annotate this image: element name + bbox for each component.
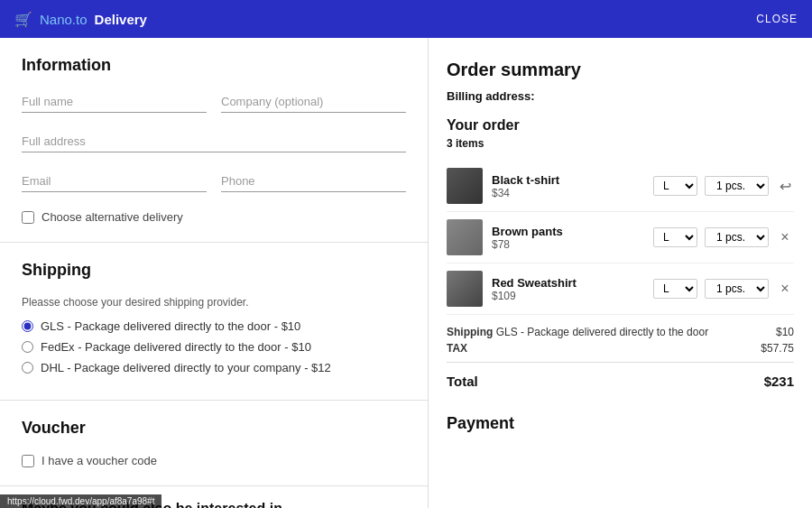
item-remove-pants[interactable]: ×: [776, 229, 794, 245]
item-qty-tshirt[interactable]: 1 pcs. 2 pcs.: [705, 176, 769, 196]
brand-part1: Nano.to: [40, 12, 88, 27]
item-price-pants: $78: [492, 238, 644, 251]
voucher-label: I have a voucher code: [42, 454, 157, 467]
alternative-delivery-checkbox[interactable]: [22, 211, 34, 224]
item-controls-sweatshirt: L S M XL 1 pcs. 2 pcs. ×: [653, 279, 794, 299]
item-qty-sweatshirt[interactable]: 1 pcs. 2 pcs.: [705, 279, 769, 299]
order-item-sweatshirt: Red Sweatshirt $109 L S M XL 1 pcs. 2 pc…: [447, 263, 794, 315]
shipping-detail: GLS - Package delivered directly to the …: [496, 326, 708, 338]
gls-option[interactable]: GLS - Package delivered directly to the …: [22, 319, 406, 333]
item-controls-pants: L S M XL 1 pcs. 2 pcs. ×: [653, 227, 794, 247]
information-section: Information: [0, 38, 428, 243]
email-field: [22, 171, 207, 192]
item-remove-sweatshirt[interactable]: ×: [776, 281, 794, 297]
item-info-sweatshirt: Red Sweatshirt $109: [492, 276, 644, 302]
brand-part2: Delivery: [95, 12, 147, 27]
alternative-delivery-label: Choose alternative delivery: [42, 210, 183, 224]
brand: 🛒 Nano.to Delivery: [14, 11, 147, 28]
billing-address-label: Billing address:: [447, 89, 794, 103]
shipping-section: Shipping Pleasse choose your desired shi…: [0, 243, 428, 401]
order-item-pants: Brown pants $78 L S M XL 1 pcs. 2 pcs. ×: [447, 212, 794, 263]
right-panel: Order summary Billing address: Your orde…: [429, 38, 812, 508]
phone-input[interactable]: [221, 171, 406, 192]
payment-title: Payment: [447, 414, 794, 433]
total-label: Total: [447, 374, 478, 389]
item-image-tshirt: [447, 168, 483, 204]
item-info-tshirt: Black t-shirt $34: [492, 173, 644, 199]
item-name-pants: Brown pants: [492, 225, 644, 238]
fedex-option[interactable]: FedEx - Package delivered directly to th…: [22, 340, 406, 354]
item-size-sweatshirt[interactable]: L S M XL: [653, 279, 697, 299]
dhl-label: DHL - Package delivered directly to your…: [41, 361, 331, 374]
shipping-cost-label: Shipping GLS - Package delivered directl…: [447, 326, 708, 338]
address-row: [22, 131, 406, 152]
total-value: $231: [764, 374, 794, 389]
dhl-option[interactable]: DHL - Package delivered directly to your…: [22, 361, 406, 374]
full-name-field: [22, 91, 207, 113]
shipping-cost-row: Shipping GLS - Package delivered directl…: [447, 326, 794, 338]
total-row: Total $231: [447, 362, 794, 400]
status-bar: https://cloud.fwd.dev/app/af8a7a98#t: [0, 494, 161, 508]
item-name-sweatshirt: Red Sweatshirt: [492, 276, 644, 290]
shipping-description: Pleasse choose your desired shipping pro…: [22, 296, 406, 309]
voucher-checkbox[interactable]: [22, 455, 34, 467]
main-layout: Information: [0, 38, 812, 508]
item-controls-tshirt: L S M XL 1 pcs. 2 pcs. ↩: [653, 176, 794, 196]
your-order-title: Your order: [447, 117, 794, 134]
phone-field: [221, 171, 406, 192]
alternative-delivery-row: Choose alternative delivery: [22, 210, 406, 224]
full-name-input[interactable]: [22, 91, 207, 113]
fedex-label: FedEx - Package delivered directly to th…: [41, 340, 311, 354]
voucher-title: Voucher: [22, 419, 406, 438]
tax-row: TAX $57.75: [447, 342, 794, 355]
company-field: [221, 91, 406, 113]
information-title: Information: [22, 56, 406, 75]
item-image-pants: [447, 219, 483, 255]
item-return-tshirt[interactable]: ↩: [776, 178, 794, 195]
navbar: 🛒 Nano.to Delivery CLOSE: [0, 0, 812, 38]
items-count: 3 items: [447, 137, 794, 150]
item-name-tshirt: Black t-shirt: [492, 173, 644, 187]
item-image-sweatshirt: [447, 271, 483, 307]
name-company-row: [22, 91, 406, 113]
shipping-info: Shipping GLS - Package delivered directl…: [447, 326, 794, 355]
order-summary-title: Order summary: [447, 60, 794, 80]
cart-icon: 🛒: [14, 11, 32, 28]
item-qty-pants[interactable]: 1 pcs. 2 pcs.: [705, 227, 769, 247]
gls-label: GLS - Package delivered directly to the …: [41, 319, 300, 333]
close-button[interactable]: CLOSE: [756, 13, 798, 25]
gls-radio[interactable]: [22, 320, 33, 332]
order-item-tshirt: Black t-shirt $34 L S M XL 1 pcs. 2 pcs.…: [447, 161, 794, 212]
item-size-pants[interactable]: L S M XL: [653, 227, 697, 247]
fedex-radio[interactable]: [22, 341, 33, 353]
dhl-radio[interactable]: [22, 362, 33, 374]
address-input[interactable]: [22, 131, 406, 152]
shipping-cost-value: $10: [776, 326, 794, 338]
item-price-sweatshirt: $109: [492, 290, 644, 302]
tax-label: TAX: [447, 342, 467, 355]
left-panel: Information: [0, 38, 429, 508]
voucher-section: Voucher I have a voucher code: [0, 401, 428, 486]
address-field: [22, 131, 406, 152]
voucher-checkbox-row: I have a voucher code: [22, 454, 406, 467]
status-url: https://cloud.fwd.dev/app/af8a7a98#t: [7, 496, 154, 506]
item-price-tshirt: $34: [492, 187, 644, 199]
item-size-tshirt[interactable]: L S M XL: [653, 176, 697, 196]
email-input[interactable]: [22, 171, 207, 192]
email-phone-row: [22, 171, 406, 192]
tax-value: $57.75: [761, 342, 794, 355]
item-info-pants: Brown pants $78: [492, 225, 644, 251]
company-input[interactable]: [221, 91, 406, 113]
shipping-title: Shipping: [22, 261, 406, 280]
